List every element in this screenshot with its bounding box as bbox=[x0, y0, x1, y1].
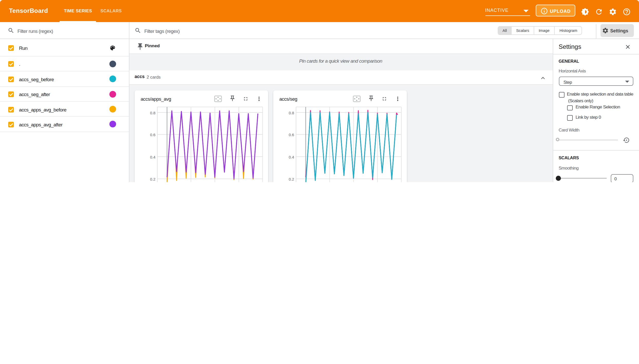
svg-text:0.6: 0.6 bbox=[150, 133, 156, 137]
svg-text:0.4: 0.4 bbox=[150, 155, 156, 160]
svg-text:0.8: 0.8 bbox=[289, 111, 294, 115]
svg-text:0.6: 0.6 bbox=[289, 133, 294, 137]
svg-text:0.8: 0.8 bbox=[150, 111, 156, 115]
svg-text:0.2: 0.2 bbox=[150, 177, 156, 182]
svg-text:0.2: 0.2 bbox=[289, 177, 294, 182]
svg-text:0.4: 0.4 bbox=[289, 155, 294, 160]
